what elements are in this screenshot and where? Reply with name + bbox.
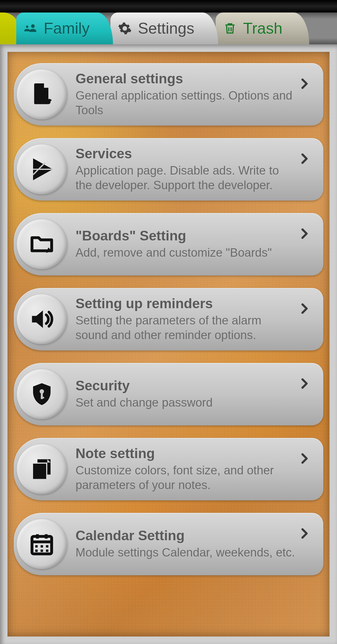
calendar-icon [17,519,67,569]
tab-trash-label: Trash [243,19,282,37]
item-title: Note setting [76,446,295,461]
chevron-right-icon [298,452,311,465]
volume-icon [17,294,67,344]
item-text: Setting up reminders Setting the paramet… [67,296,298,343]
item-text: Services Application page. Disable ads. … [67,146,298,193]
chevron-right-icon [298,227,311,240]
item-description: Application page. Disable ads. Write to … [76,163,295,193]
tab-settings-label: Settings [138,19,194,37]
status-bar [0,0,337,12]
item-title: Calendar Setting [76,528,295,543]
family-icon [24,22,37,35]
tab-family[interactable]: Family [16,12,113,44]
settings-item-services[interactable]: Services Application page. Disable ads. … [14,138,323,201]
item-title: Setting up reminders [76,296,295,311]
tab-settings[interactable]: Settings [110,12,218,44]
item-title: Services [76,146,295,161]
tab-trash[interactable]: Trash [216,12,309,44]
play-store-icon [17,144,67,194]
tab-family-label: Family [44,19,90,37]
settings-item-security[interactable]: Security Set and change password [14,363,323,425]
item-title: General settings [76,71,295,87]
notes-icon [17,444,67,494]
settings-item-general[interactable]: General settings General application set… [14,63,323,126]
item-description: Set and change password [76,395,295,410]
item-description: Customize colors, font size, and other p… [76,463,295,493]
item-description: General application settings. Options an… [76,88,295,118]
settings-item-note[interactable]: Note setting Customize colors, font size… [14,438,323,500]
item-text: "Boards" Setting Add, remove and customi… [67,228,298,260]
item-description: Add, remove and customize "Boards" [76,245,295,260]
item-description: Module settings Calendar, weekends, etc. [76,545,295,560]
item-text: Calendar Setting Module settings Calenda… [67,528,298,560]
board-frame: General settings General application set… [0,44,337,644]
trash-icon [223,22,237,35]
chevron-right-icon [298,152,311,165]
tab-bar: Family Settings Trash [0,12,337,44]
chevron-right-icon [298,302,311,315]
cork-board: General settings General application set… [7,52,330,637]
settings-item-calendar[interactable]: Calendar Setting Module settings Calenda… [14,513,323,575]
chevron-right-icon [298,77,311,90]
chevron-right-icon [298,377,311,390]
chevron-right-icon [298,527,311,540]
item-title: "Boards" Setting [76,228,295,244]
gear-icon [118,22,132,35]
item-title: Security [76,378,295,394]
tab-overflow-indicator[interactable] [0,12,19,44]
item-text: Note setting Customize colors, font size… [67,446,298,493]
item-text: General settings General application set… [67,71,298,118]
shield-key-icon [17,369,67,419]
item-text: Security Set and change password [67,378,298,410]
folder-edit-icon [17,219,67,269]
item-description: Setting the parameters of the alarm soun… [76,313,295,343]
file-gear-icon [17,69,67,119]
settings-list: General settings General application set… [14,63,323,575]
settings-item-boards[interactable]: "Boards" Setting Add, remove and customi… [14,213,323,275]
settings-item-reminders[interactable]: Setting up reminders Setting the paramet… [14,288,323,350]
